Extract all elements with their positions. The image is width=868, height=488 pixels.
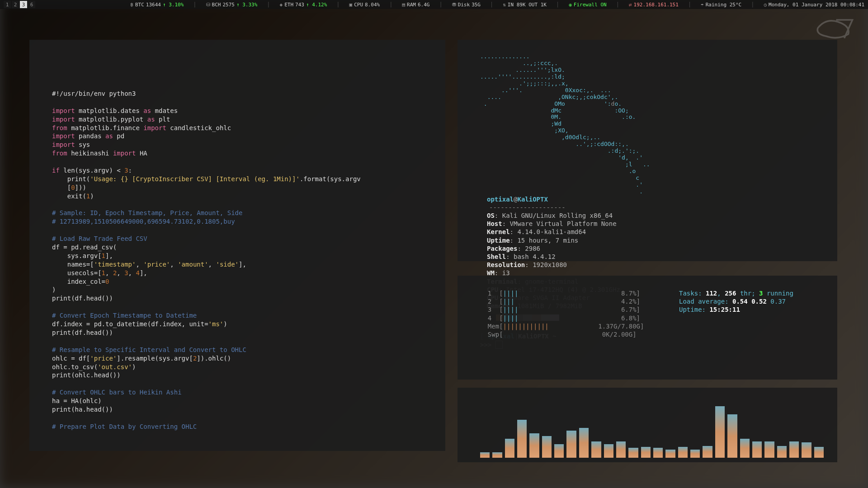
eth-ticker: ◈ETH 743 ↑ 4.12% [280, 2, 327, 8]
visualizer-bar [814, 447, 824, 458]
workspace-switcher: 1 2 3 6 [4, 1, 35, 8]
visualizer-bar [529, 433, 539, 458]
htop-summary: Tasks: 112, 256 thr; 3 running Load aver… [679, 289, 793, 338]
visualizer-bar [517, 420, 527, 458]
status-bar: 1 2 3 6 ฿BTC 13644 ↑ 3.10% | ⛁BCH 2575 ↑… [0, 0, 868, 9]
visualizer-bar [752, 441, 762, 458]
visualizer-bar [616, 441, 626, 458]
btc-ticker: ฿BTC 13644 ↑ 3.10% [130, 2, 184, 8]
neofetch-pane[interactable]: .............. ..,;:ccc,. ......''';lxO.… [458, 40, 837, 261]
workspace-2[interactable]: 2 [12, 1, 19, 8]
visualizer-bar [764, 441, 774, 458]
firewall-status: ◉Firewall ON [569, 2, 606, 8]
clock: ◷Monday, 01 January 2018 00:08:41 [764, 2, 864, 8]
visualizer-bar [554, 444, 564, 458]
visualizer-bar [665, 450, 675, 458]
gt-logo-watermark [814, 16, 854, 43]
visualizer-bar [802, 442, 811, 458]
visualizer-bar [505, 439, 514, 458]
visualizer-bar [740, 439, 750, 458]
cpu-usage: ▣CPU 8.04% [349, 2, 380, 8]
visualizer-bar [628, 448, 638, 458]
visualizer-bar [789, 441, 799, 458]
visualizer-bar [480, 452, 490, 458]
visualizer-bar [591, 441, 601, 458]
ram-usage: ▤RAM 6.4G [402, 2, 429, 8]
visualizer-bar [579, 428, 589, 458]
htop-cpu-meters: 1 [|||| 8.7%] 2 [||| 4.2%] 3 [|||| 6.7%]… [480, 289, 652, 338]
bch-ticker: ⛁BCH 2575 ↑ 3.33% [206, 2, 258, 8]
visualizer-bar [604, 444, 613, 458]
ip-address: ⇄192.168.161.151 [629, 2, 679, 8]
audio-visualizer-pane [458, 388, 837, 462]
disk-usage: ⛃Disk 35G [452, 2, 481, 8]
visualizer-bar [653, 448, 663, 458]
visualizer-bar [678, 447, 688, 458]
network-io: ⇅IN 89K OUT 1K [503, 2, 547, 8]
workspace-1[interactable]: 1 [4, 1, 11, 8]
visualizer-bar [566, 431, 576, 458]
visualizer-bar [690, 450, 700, 458]
htop-pane[interactable]: 1 [|||| 8.7%] 2 [||| 4.2%] 3 [|||| 6.7%]… [458, 276, 837, 380]
workspace-6[interactable]: 6 [28, 1, 35, 8]
visualizer-bar [492, 452, 502, 458]
kali-ascii-art: .............. ..,;:ccc,. ......''';lxO.… [480, 53, 656, 195]
code-content[interactable]: #!/usr/bin/env python3 import matplotlib… [52, 89, 432, 431]
code-editor-pane[interactable]: #!/usr/bin/env python3 import matplotlib… [29, 40, 445, 451]
visualizer-bar [703, 446, 712, 458]
weather: ☂Raining 25°C [701, 2, 741, 8]
visualizer-bar [542, 436, 552, 458]
visualizer-bar [641, 447, 651, 458]
visualizer-bar [777, 446, 787, 458]
visualizer-bar [715, 406, 725, 458]
workspace-3[interactable]: 3 [20, 1, 27, 8]
visualizer-bar [727, 414, 737, 458]
